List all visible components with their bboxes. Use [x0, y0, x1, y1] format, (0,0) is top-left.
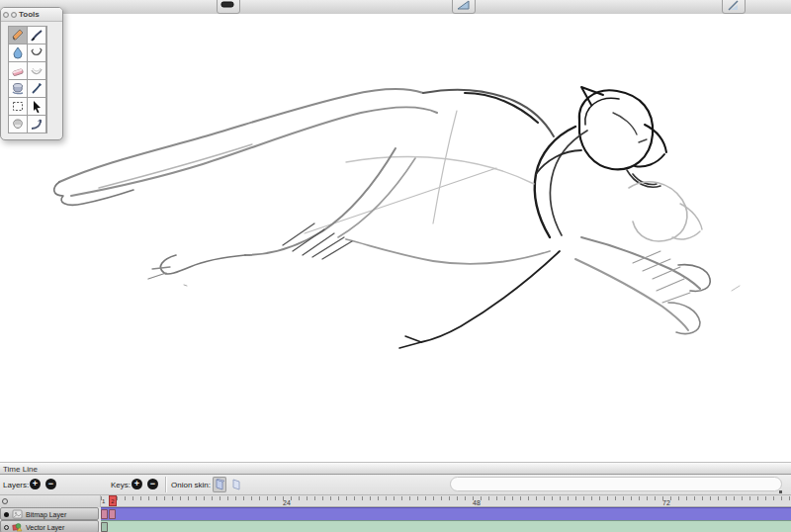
collapse-toolbar-button[interactable] [217, 0, 240, 14]
playhead[interactable]: 2 [109, 495, 117, 506]
controls-divider [165, 477, 167, 492]
timeline-horizontal-scrollbar[interactable] [450, 477, 782, 491]
remove-key-button[interactable]: − [147, 479, 158, 489]
bitmap-layer-name: Bitmap Layer [26, 511, 66, 518]
layer-row-vector: Vector Layer [0, 520, 791, 532]
timeline-controls: Layers: + − Keys: + − Onion skin: [0, 475, 791, 495]
bitmap-layer-icon [12, 509, 23, 520]
tools-palette-title: Tools [19, 10, 40, 19]
add-layer-button[interactable]: + [30, 479, 41, 489]
eyedropper-icon [30, 81, 44, 96]
remove-layer-button[interactable]: − [45, 479, 56, 489]
size-triangle-icon [456, 0, 472, 11]
ruler-frame-number: 24 [283, 499, 291, 506]
bitmap-visibility-dot[interactable] [4, 512, 9, 517]
pen-icon [30, 28, 44, 43]
feather-line-icon [726, 0, 742, 11]
layer-header-corner [0, 495, 101, 507]
move-arrow-icon [30, 99, 44, 114]
cat-run-sketch [0, 14, 791, 461]
onion-skin-next-button[interactable] [229, 477, 243, 492]
sketch-tail-and-back [54, 89, 554, 205]
onion-skin-previous-icon [214, 478, 225, 491]
tools-palette-window: Tools [0, 7, 63, 140]
timeline-titlebar[interactable]: Time Line [0, 462, 791, 475]
ruler-frame-number: 72 [662, 499, 670, 506]
onion-skin-label: Onion skin: [171, 481, 211, 489]
tool-paint-bucket-button[interactable] [9, 80, 27, 97]
vector-layer-bar[interactable]: Vector Layer [0, 520, 99, 532]
select-marquee-icon [11, 99, 25, 114]
tool-eyedropper-button[interactable] [28, 80, 45, 97]
eraser-icon [11, 63, 25, 78]
sketch-head [579, 87, 702, 241]
vector-layer-name: Vector Layer [26, 524, 64, 531]
add-key-button[interactable]: + [132, 479, 142, 489]
collapse-bar-icon [220, 0, 236, 10]
paint-bucket-icon [11, 81, 25, 96]
timeline-title: Time Line [3, 465, 38, 474]
scrollbar-end-mark [779, 490, 782, 493]
frame-1-label: 1 [102, 498, 105, 504]
polyline-icon [30, 45, 44, 60]
window-minimize-button[interactable] [11, 12, 17, 18]
stroke-feather-button[interactable] [722, 0, 746, 14]
tool-finger-smudge-button[interactable] [28, 116, 45, 133]
sketch-hind-legs [148, 148, 740, 291]
ruler-ticks [101, 496, 791, 500]
tool-hand-button[interactable] [9, 116, 27, 133]
pencil-icon [11, 28, 25, 43]
tool-grid [8, 26, 47, 133]
tool-smudge-button[interactable] [28, 62, 45, 79]
sketch-chest-and-belly [305, 111, 587, 264]
tool-pencil-button[interactable] [9, 27, 27, 44]
keyframe-cell[interactable] [101, 509, 108, 519]
keyframe-cell[interactable] [109, 509, 116, 519]
keys-label: Keys: [111, 481, 131, 489]
vector-visibility-dot[interactable] [4, 525, 9, 530]
tool-polyline-button[interactable] [28, 44, 45, 61]
sketch-front-legs [399, 237, 710, 348]
layers-label: Layers: [3, 481, 29, 489]
bitmap-layer-bar[interactable]: Bitmap Layer [0, 507, 99, 520]
finger-smudge-icon [30, 117, 44, 132]
layer-track[interactable] [101, 520, 791, 532]
tool-move-button[interactable] [28, 98, 45, 115]
tool-select-button[interactable] [9, 98, 27, 115]
tool-pen-button[interactable] [28, 27, 45, 44]
smudge-icon [30, 63, 44, 78]
onion-skin-previous-button[interactable] [213, 477, 226, 492]
ruler-frame-number: 48 [473, 499, 481, 506]
layer-row-bitmap: Bitmap Layer [0, 507, 791, 520]
timeline-panel: Time Line Layers: + − Keys: + − Onion sk… [0, 462, 791, 532]
all-layers-visibility-dot[interactable] [2, 498, 8, 504]
keyframe-cell[interactable] [101, 522, 108, 532]
layer-track[interactable] [101, 507, 791, 520]
stroke-size-button[interactable] [452, 0, 476, 14]
tool-ink-drop-button[interactable] [9, 44, 27, 61]
frame-ruler[interactable]: 1 2 244872 [0, 495, 791, 507]
onion-skin-next-icon [230, 478, 242, 491]
tools-palette-titlebar[interactable]: Tools [1, 8, 62, 22]
drawing-canvas[interactable] [0, 14, 791, 461]
tool-eraser-button[interactable] [9, 62, 27, 79]
vector-layer-icon [12, 522, 23, 532]
ink-drop-icon [11, 45, 25, 60]
animation-app-window: Tools [0, 0, 791, 532]
hand-icon [11, 117, 25, 132]
top-toolbar [0, 0, 791, 15]
window-close-button[interactable] [3, 12, 9, 18]
